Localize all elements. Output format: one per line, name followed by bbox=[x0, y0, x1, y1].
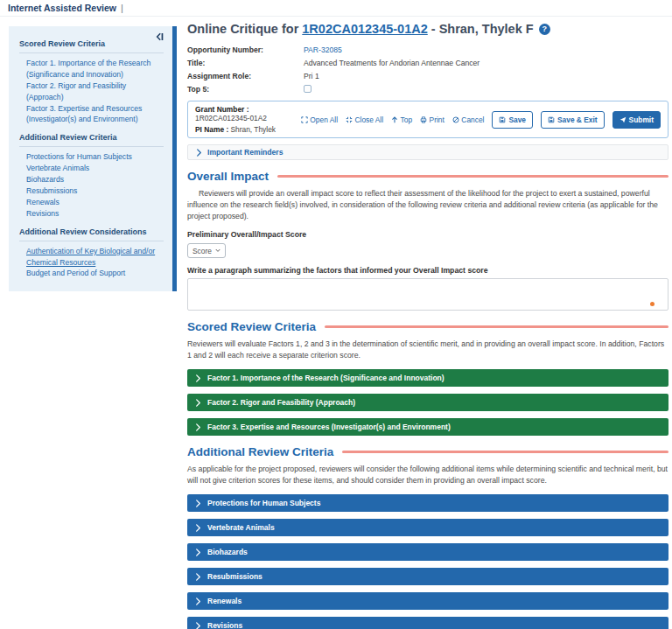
write-paragraph-label: Write a paragraph summarizing the factor… bbox=[187, 266, 668, 275]
sidebar-heading-considerations: Additional Review Considerations bbox=[19, 221, 164, 241]
printer-icon bbox=[420, 116, 427, 123]
scored-criteria-accordions: Factor 1. Importance of the Research (Si… bbox=[187, 369, 668, 436]
grant-number-value: 1R02CA012345-01A2 bbox=[195, 114, 267, 122]
assignment-role-label: Assignment Role: bbox=[187, 72, 304, 80]
close-all-button[interactable]: Close All bbox=[346, 115, 383, 124]
overall-impact-heading: Overall Impact bbox=[187, 170, 668, 183]
save-exit-button[interactable]: Save & Exit bbox=[541, 111, 605, 129]
accordion-factor-3-expertise[interactable]: Factor 3. Expertise and Resources (Inves… bbox=[187, 418, 668, 436]
important-reminders-label: Important Reminders bbox=[207, 148, 283, 157]
page-title-pi: - Shran, Thylek F bbox=[431, 22, 534, 36]
critique-textarea-wrap bbox=[187, 278, 668, 311]
app-bar: Internet Assisted Review | bbox=[0, 0, 672, 17]
app-title: Internet Assisted Review bbox=[8, 3, 116, 13]
save-button[interactable]: Save bbox=[492, 111, 533, 129]
app-title-separator: | bbox=[121, 3, 123, 13]
heading-rule bbox=[342, 451, 668, 453]
main-content: Online Critique for 1R02CA012345-01A2 - … bbox=[187, 19, 668, 629]
field-assignment-role: Assignment Role: Pri 1 bbox=[187, 69, 668, 82]
navigation-sidebar: Scored Review Criteria Factor 1. Importa… bbox=[9, 26, 177, 291]
pi-name-line: PI Name : Shran, Thylek bbox=[195, 125, 301, 134]
grant-number-label: Grant Number : bbox=[195, 105, 248, 114]
score-dropdown-value: Score bbox=[192, 247, 212, 255]
accordion-human-subjects[interactable]: Protections for Human Subjects bbox=[187, 494, 668, 512]
accordion-factor-2-rigor[interactable]: Factor 2. Rigor and Feasibility (Approac… bbox=[187, 394, 668, 411]
collapse-sidebar-icon[interactable] bbox=[155, 29, 165, 39]
sidebar-heading-scored-criteria: Scored Review Criteria bbox=[19, 33, 164, 53]
critique-textarea[interactable] bbox=[187, 278, 668, 311]
print-button[interactable]: Print bbox=[420, 115, 444, 124]
accordion-resubmissions[interactable]: Resubmissions bbox=[187, 568, 668, 585]
accordion-factor-1-importance[interactable]: Factor 1. Importance of the Research (Si… bbox=[187, 369, 668, 387]
sidebar-item-authentication-resources[interactable]: Authentication of Key Biological and/or … bbox=[26, 246, 164, 269]
additional-criteria-description: As applicable for the project proposed, … bbox=[187, 464, 668, 486]
chevron-right-icon bbox=[195, 374, 201, 382]
scored-criteria-heading: Scored Review Criteria bbox=[187, 320, 668, 333]
opportunity-number-link[interactable]: PAR-32085 bbox=[304, 45, 342, 54]
grant-number-link[interactable]: 1R02CA012345-01A2 bbox=[302, 22, 428, 36]
chevron-right-icon bbox=[195, 399, 201, 407]
sidebar-item-budget-period[interactable]: Budget and Period of Support bbox=[26, 268, 164, 279]
sidebar-item-human-subjects[interactable]: Protections for Human Subjects bbox=[26, 151, 164, 163]
top5-checkbox[interactable] bbox=[304, 85, 312, 93]
summary-fields: Opportunity Number: PAR-32085 Title: Adv… bbox=[187, 43, 668, 95]
field-title: Title: Advanced Treatments for Andorian … bbox=[187, 56, 668, 69]
chevron-right-icon bbox=[195, 598, 201, 605]
cancel-button[interactable]: Cancel bbox=[452, 115, 485, 124]
page-title: Online Critique for 1R02CA012345-01A2 - … bbox=[187, 22, 668, 36]
score-dropdown[interactable]: Score bbox=[187, 243, 226, 258]
accordion-vertebrate-animals[interactable]: Vertebrate Animals bbox=[187, 519, 668, 536]
accordion-revisions[interactable]: Revisions bbox=[187, 617, 668, 629]
help-icon[interactable]: ? bbox=[539, 24, 550, 35]
additional-criteria-heading: Additional Review Criteria bbox=[187, 445, 668, 458]
field-top5: Top 5: bbox=[187, 82, 668, 95]
title-label: Title: bbox=[187, 59, 304, 67]
top-button[interactable]: Top bbox=[391, 115, 412, 124]
sidebar-item-revisions[interactable]: Revisions bbox=[26, 208, 164, 220]
grant-toolbar: Grant Number : 1R02CA012345-01A2 PI Name… bbox=[187, 101, 668, 138]
chevron-right-icon bbox=[196, 149, 202, 157]
pi-name-value: Shran, Thylek bbox=[231, 125, 276, 134]
save-icon bbox=[499, 116, 506, 123]
open-all-button[interactable]: Open All bbox=[301, 115, 338, 124]
grant-number-line: Grant Number : 1R02CA012345-01A2 bbox=[195, 105, 301, 122]
cancel-icon bbox=[452, 116, 459, 123]
chevron-right-icon bbox=[195, 573, 201, 581]
heading-rule bbox=[277, 175, 668, 178]
chevron-right-icon bbox=[195, 500, 201, 507]
opportunity-number-label: Opportunity Number: bbox=[187, 45, 304, 54]
sidebar-item-factor-1[interactable]: Factor 1. Importance of the Research (Si… bbox=[26, 58, 164, 80]
assignment-role-value: Pri 1 bbox=[304, 72, 319, 80]
heading-rule bbox=[325, 325, 668, 328]
paper-plane-icon bbox=[620, 116, 626, 123]
accordion-renewals[interactable]: Renewals bbox=[187, 592, 668, 610]
save-icon bbox=[548, 116, 555, 123]
scored-criteria-description: Reviewers will evaluate Factors 1, 2 and… bbox=[187, 339, 668, 361]
chevron-right-icon bbox=[195, 549, 201, 556]
submit-button[interactable]: Submit bbox=[612, 111, 661, 129]
page-title-prefix: Online Critique for bbox=[187, 22, 298, 36]
sidebar-item-resubmissions[interactable]: Resubmissions bbox=[26, 185, 164, 197]
sidebar-item-factor-3[interactable]: Factor 3. Expertise and Resources (Inves… bbox=[26, 103, 164, 126]
sidebar-item-renewals[interactable]: Renewals bbox=[26, 197, 164, 208]
preliminary-score-label: Preliminary Overall/Impact Score bbox=[187, 230, 668, 239]
chevron-right-icon bbox=[195, 524, 201, 532]
overall-impact-description: Reviewers will provide an overall impact… bbox=[187, 188, 668, 222]
sidebar-item-vertebrate-animals[interactable]: Vertebrate Animals bbox=[26, 163, 164, 174]
accordion-biohazards[interactable]: Biohazards bbox=[187, 543, 668, 561]
additional-criteria-accordions: Protections for Human Subjects Vertebrat… bbox=[187, 494, 668, 629]
expand-all-icon bbox=[301, 116, 308, 123]
chevron-right-icon bbox=[195, 423, 201, 431]
pi-name-label: PI Name : bbox=[195, 125, 228, 134]
top5-label: Top 5: bbox=[187, 85, 304, 94]
sidebar-heading-additional-criteria: Additional Review Criteria bbox=[19, 127, 164, 147]
chevron-right-icon bbox=[195, 622, 201, 629]
sidebar-item-factor-2[interactable]: Factor 2. Rigor and Feasibility (Approac… bbox=[26, 80, 164, 103]
field-opportunity-number: Opportunity Number: PAR-32085 bbox=[187, 43, 668, 56]
arrow-up-icon bbox=[391, 116, 398, 123]
collapse-all-icon bbox=[346, 116, 353, 123]
title-value: Advanced Treatments for Andorian Antenna… bbox=[304, 59, 480, 67]
chevron-down-icon bbox=[215, 248, 220, 253]
sidebar-item-biohazards[interactable]: Biohazards bbox=[26, 174, 164, 185]
important-reminders-toggle[interactable]: Important Reminders bbox=[187, 144, 668, 160]
